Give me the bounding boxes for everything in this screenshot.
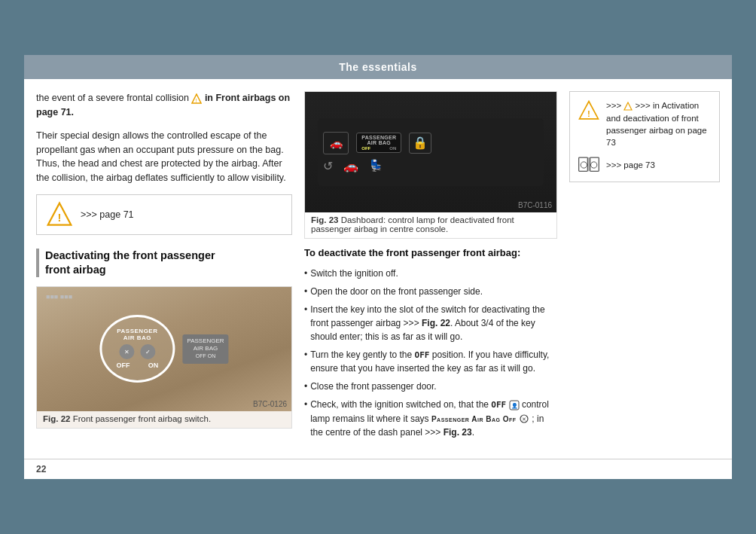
figure-22-image: ■■■ ■■■ PASSENGERAIR BAG ✕ ✓ OFFON xyxy=(37,287,291,411)
section-heading: Deactivating the front passenger front a… xyxy=(45,249,292,277)
step-5-text: Close the front passenger door. xyxy=(310,380,436,393)
intro-paragraph-1: the event of a severe frontal collision … xyxy=(36,91,292,120)
figure-23-box: 🚗 PASSENGER AIR BAG OFF ON 🔒 xyxy=(304,91,557,239)
fig23-code: B7C-0116 xyxy=(518,201,552,209)
page-number: 22 xyxy=(36,464,46,474)
right-warning-row: ! >>> >>> in Activation and deactivation… xyxy=(578,99,712,148)
figure-22-caption: Fig. 22 Front passenger front airbag swi… xyxy=(37,411,291,428)
right-page-ref: >>> page 73 xyxy=(606,160,655,169)
header-title: The essentials xyxy=(339,61,417,73)
figure-22-box: ■■■ ■■■ PASSENGERAIR BAG ✕ ✓ OFFON xyxy=(36,286,292,429)
figure-23-caption: Fig. 23 Dashboard: control lamp for deac… xyxy=(305,212,556,238)
figure-23-image: 🚗 PASSENGER AIR BAG OFF ON 🔒 xyxy=(305,92,556,212)
airbag-icon-inline: ✕ xyxy=(519,413,529,424)
svg-text:!: ! xyxy=(58,212,62,224)
step-1: • Switch the ignition off. xyxy=(304,267,557,280)
step-2-text: Open the door on the front passenger sid… xyxy=(310,285,483,298)
svg-text:👤: 👤 xyxy=(511,402,517,409)
svg-rect-12 xyxy=(590,157,599,171)
warning-page-ref: >>> page 71 xyxy=(81,209,134,220)
svg-point-14 xyxy=(581,162,587,168)
book-icon xyxy=(578,156,600,174)
right-warning-icon-small xyxy=(623,102,633,111)
passenger-icon-inline: 👤 xyxy=(509,400,520,410)
step-4-text: Turn the key gently to the OFF position.… xyxy=(310,348,557,376)
left-column: the event of a severe frontal collision … xyxy=(36,91,292,443)
page-container: The essentials the event of a severe fro… xyxy=(24,55,732,478)
right-book-row: >>> page 73 xyxy=(578,156,712,174)
middle-column: 🚗 PASSENGER AIR BAG OFF ON 🔒 xyxy=(304,91,557,443)
intro-paragraph-2: Their special design allows the controll… xyxy=(36,129,292,185)
fig22-code: B7C-0126 xyxy=(253,400,287,408)
step-5: • Close the front passenger door. xyxy=(304,380,557,393)
svg-rect-11 xyxy=(579,157,588,171)
svg-text:✕: ✕ xyxy=(522,417,526,422)
right-reference-box: ! >>> >>> in Activation and deactivation… xyxy=(569,91,720,182)
step-3-text: Insert the key into the slot of the swit… xyxy=(310,303,557,343)
page-footer: 22 xyxy=(24,459,732,479)
right-warning-triangle-icon: ! xyxy=(578,99,600,122)
svg-text:!: ! xyxy=(587,108,590,118)
svg-text:!: ! xyxy=(196,98,197,103)
warning-triangle-icon: ! xyxy=(46,201,73,228)
step-6: • Check, with the ignition switched on, … xyxy=(304,398,557,439)
step-6-text: Check, with the ignition switched on, th… xyxy=(310,398,557,439)
svg-marker-10 xyxy=(624,102,632,110)
page-header: The essentials xyxy=(24,55,732,79)
warning-box-page71: ! >>> page 71 xyxy=(36,194,292,235)
step-1-text: Switch the ignition off. xyxy=(310,267,398,280)
warning-triangle-icon-inline: ! xyxy=(191,93,202,104)
step-3: • Insert the key into the slot of the sw… xyxy=(304,303,557,343)
step-4: • Turn the key gently to the OFF positio… xyxy=(304,348,557,376)
svg-point-15 xyxy=(591,162,597,168)
airbag-switch-diagram: PASSENGERAIR BAG ✕ ✓ OFFON PASSENGERAIR … xyxy=(99,315,228,383)
right-column: ! >>> >>> in Activation and deactivation… xyxy=(569,91,720,443)
instructions-heading: To deactivate the front passenger front … xyxy=(304,246,557,260)
section-heading-box: Deactivating the front passenger front a… xyxy=(36,249,292,277)
page-content: the event of a severe frontal collision … xyxy=(24,79,732,458)
step-2: • Open the door on the front passenger s… xyxy=(304,285,557,298)
right-warning-text: >>> >>> in Activation and deactivation o… xyxy=(606,99,712,148)
